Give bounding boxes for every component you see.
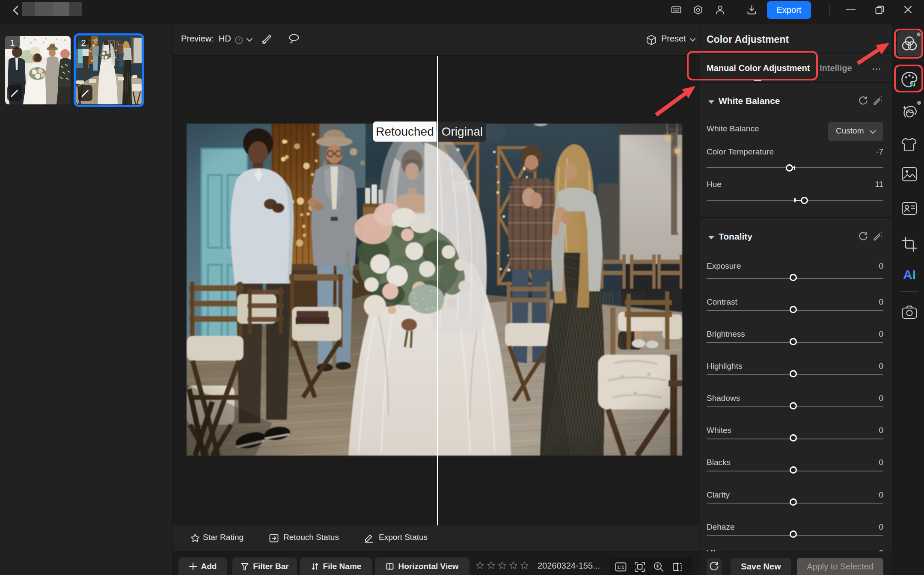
svg-text:1:1: 1:1 [618, 565, 624, 570]
svg-text:AI: AI [903, 267, 916, 282]
svg-text:?: ? [238, 38, 240, 43]
